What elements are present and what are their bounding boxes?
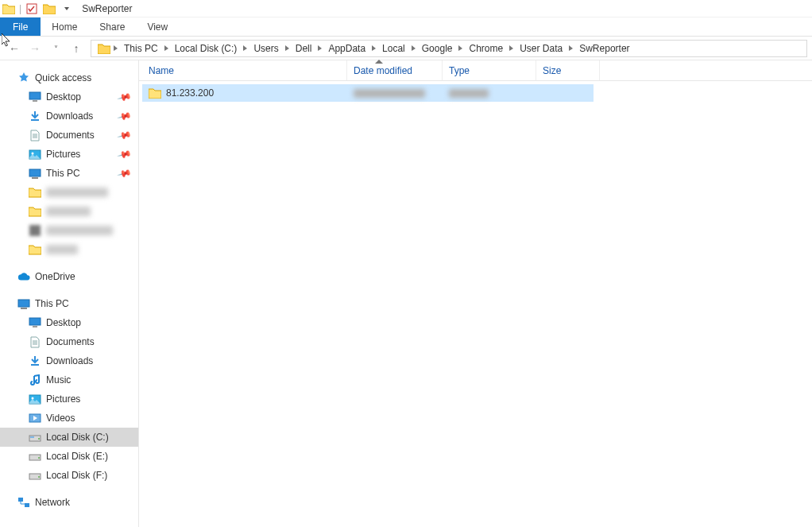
col-header-size[interactable]: Size — [536, 60, 600, 80]
redacted-text — [46, 207, 91, 216]
nav-thispc-downloads[interactable]: Downloads — [0, 351, 138, 370]
ribbon-tab-home[interactable]: Home — [41, 17, 88, 36]
nav-item-label: Documents — [46, 130, 95, 141]
breadcrumb-seg-thispc[interactable]: This PC — [119, 43, 163, 54]
nav-item-label: Videos — [46, 413, 75, 424]
title-bar: | SwReporter — [0, 0, 812, 17]
nav-downloads[interactable]: Downloads 📌 — [0, 107, 138, 126]
onedrive-icon — [17, 270, 30, 283]
nav-thispc-videos[interactable]: Videos — [0, 409, 138, 428]
breadcrumb-seg-userdata[interactable]: User Data — [515, 43, 567, 54]
nav-thispc-f[interactable]: Local Disk (F:) — [0, 466, 138, 485]
svg-rect-13 — [31, 364, 39, 366]
breadcrumb-seg-appdata[interactable]: AppData — [323, 43, 370, 54]
navigation-bar: This PC Local Disk (C:) Users Dell AppDa… — [0, 37, 812, 60]
col-header-type[interactable]: Type — [443, 60, 536, 80]
file-type-cell — [443, 89, 536, 98]
breadcrumb-chevron-icon[interactable] — [372, 45, 376, 51]
nav-thispc-pinned[interactable]: This PC 📌 — [0, 164, 138, 183]
nav-item-label: Network — [35, 497, 70, 508]
nav-forward-button[interactable] — [25, 39, 44, 58]
file-name-cell: 81.233.200 — [142, 87, 347, 99]
nav-item-label: Pictures — [46, 149, 80, 160]
svg-point-21 — [38, 457, 40, 459]
ribbon-tab-view[interactable]: View — [136, 17, 179, 36]
documents-icon — [29, 335, 41, 348]
nav-network[interactable]: Network — [0, 493, 138, 512]
nav-desktop[interactable]: Desktop 📌 — [0, 87, 138, 107]
nav-thispc-pictures[interactable]: Pictures — [0, 389, 138, 409]
ribbon-tab-share[interactable]: Share — [88, 17, 136, 36]
breadcrumb-chevron-icon[interactable] — [318, 45, 322, 51]
nav-pictures[interactable]: Pictures 📌 — [0, 145, 138, 164]
content-pane: Name Date modified Type Size 81.233.200 — [139, 60, 812, 527]
star-icon — [17, 72, 30, 84]
file-row[interactable]: 81.233.200 — [142, 84, 594, 102]
col-header-date[interactable]: Date modified — [347, 60, 443, 80]
nav-thispc-documents[interactable]: Documents — [0, 332, 138, 351]
properties-qat-icon[interactable] — [25, 2, 39, 16]
nav-redacted-item[interactable] — [0, 183, 138, 202]
svg-rect-10 — [21, 308, 27, 309]
qat-separator: | — [19, 3, 21, 14]
breadcrumb-chevron-icon[interactable] — [509, 45, 513, 51]
qat-dropdown-icon[interactable] — [60, 2, 74, 16]
nav-up-button[interactable] — [67, 39, 86, 58]
nav-quick-access[interactable]: Quick access — [0, 68, 138, 87]
col-header-name[interactable]: Name — [142, 60, 347, 80]
breadcrumb-chevron-icon[interactable] — [243, 45, 247, 51]
breadcrumb-chevron-icon[interactable] — [285, 45, 289, 51]
breadcrumb-seg-users[interactable]: Users — [249, 43, 283, 54]
breadcrumb-seg-chrome[interactable]: Chrome — [464, 43, 508, 54]
pictures-icon — [29, 148, 41, 161]
nav-redacted-item[interactable] — [0, 202, 138, 221]
breadcrumb-seg-local[interactable]: Local — [377, 43, 410, 54]
breadcrumb-root-icon[interactable] — [93, 43, 112, 54]
nav-recent-button[interactable] — [46, 39, 65, 58]
documents-icon — [29, 129, 41, 141]
drive-icon — [29, 431, 41, 444]
folder-qat-icon[interactable] — [42, 2, 56, 16]
pin-icon: 📌 — [117, 146, 133, 162]
svg-rect-12 — [33, 326, 37, 327]
nav-thispc[interactable]: This PC — [0, 294, 138, 313]
music-icon — [29, 374, 41, 386]
nav-thispc-music[interactable]: Music — [0, 370, 138, 389]
svg-rect-2 — [33, 100, 37, 102]
thispc-icon — [17, 297, 30, 310]
breadcrumb-seg-google[interactable]: Google — [417, 43, 458, 54]
svg-rect-18 — [30, 436, 34, 438]
file-date-cell — [347, 89, 443, 98]
nav-documents[interactable]: Documents 📌 — [0, 126, 138, 145]
nav-item-label: This PC — [35, 298, 69, 309]
breadcrumb-chevron-icon[interactable] — [569, 45, 573, 51]
breadcrumb-chevron-icon[interactable] — [458, 45, 462, 51]
folder-icon — [29, 205, 41, 218]
svg-rect-8 — [29, 225, 41, 236]
breadcrumb-seg-dell[interactable]: Dell — [291, 43, 317, 54]
nav-item-label: Local Disk (F:) — [46, 470, 107, 481]
nav-onedrive[interactable]: OneDrive — [0, 267, 138, 286]
nav-redacted-item[interactable] — [0, 240, 138, 259]
breadcrumb-seg-c[interactable]: Local Disk (C:) — [170, 43, 242, 54]
nav-thispc-c[interactable]: Local Disk (C:) — [0, 428, 138, 447]
cursor-icon — [2, 33, 12, 48]
nav-item-label: Documents — [46, 336, 95, 347]
breadcrumb-seg-swreporter[interactable]: SwReporter — [574, 43, 634, 54]
folder-icon — [149, 87, 161, 99]
desktop-icon — [29, 316, 41, 329]
breadcrumb-chevron-icon[interactable] — [164, 45, 168, 51]
nav-thispc-e[interactable]: Local Disk (E:) — [0, 447, 138, 466]
arrow-right-icon — [29, 42, 41, 55]
pin-icon: 📌 — [117, 108, 133, 124]
nav-redacted-item[interactable] — [0, 221, 138, 240]
nav-thispc-desktop[interactable]: Desktop — [0, 313, 138, 332]
pictures-icon — [29, 393, 41, 405]
breadcrumb[interactable]: This PC Local Disk (C:) Users Dell AppDa… — [91, 40, 807, 57]
breadcrumb-chevron-icon[interactable] — [114, 45, 118, 51]
desktop-icon — [29, 91, 41, 103]
breadcrumb-chevron-icon[interactable] — [412, 45, 416, 51]
chevron-down-icon — [54, 43, 58, 54]
redacted-text — [46, 245, 78, 254]
nav-item-label: Desktop — [46, 317, 81, 328]
